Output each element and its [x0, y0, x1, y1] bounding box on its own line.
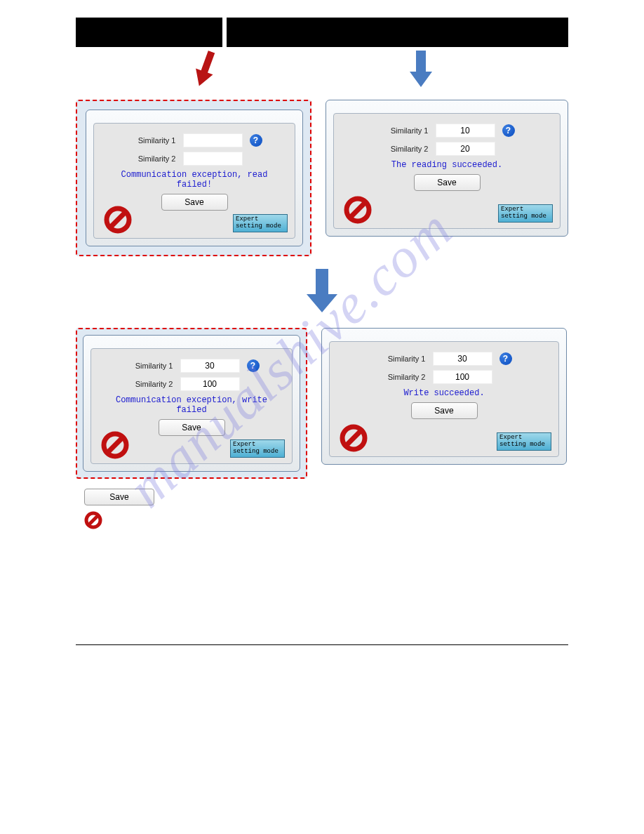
footer-divider	[76, 644, 568, 645]
similarity1-input[interactable]: 10	[436, 124, 495, 138]
arrow-blue-center-icon	[304, 269, 340, 315]
legend-prohibit-icon	[84, 511, 560, 532]
header-black-bar	[76, 18, 568, 47]
panel-b: Similarity 1 10 ? Similarity 2 20 The re…	[326, 100, 568, 237]
save-button[interactable]: Save	[411, 402, 478, 419]
similarity2-input[interactable]	[183, 152, 243, 166]
svg-line-5	[351, 203, 365, 217]
similarity1-input[interactable]: 30	[433, 352, 492, 366]
help-icon[interactable]: ?	[247, 359, 260, 372]
prohibit-icon	[101, 431, 129, 459]
similarity1-label: Similarity 1	[127, 136, 176, 145]
expert-setting-button[interactable]: Expert setting mode	[497, 432, 551, 451]
similarity1-label: Similarity 1	[380, 126, 429, 135]
panel-c-container: Similarity 1 30 ? Similarity 2 100 Commu…	[76, 328, 307, 479]
similarity2-input[interactable]: 20	[436, 142, 495, 156]
svg-marker-6	[307, 269, 337, 312]
save-button[interactable]: Save	[161, 194, 228, 211]
similarity2-label: Similarity 2	[377, 373, 426, 381]
similarity1-input[interactable]: 30	[180, 359, 240, 373]
arrow-red-down-icon	[187, 48, 222, 93]
expert-setting-button[interactable]: Expert setting mode	[233, 214, 288, 232]
header-black-right	[227, 18, 568, 47]
help-icon[interactable]: ?	[502, 124, 515, 137]
similarity2-input[interactable]: 100	[433, 370, 492, 384]
prohibit-icon	[104, 206, 132, 234]
svg-marker-0	[191, 48, 220, 89]
panel-a: Similarity 1 ? Similarity 2 Communicatio…	[86, 110, 303, 246]
expert-setting-button[interactable]: Expert setting mode	[230, 439, 285, 458]
status-message: Communication exception, read failed!	[102, 170, 286, 190]
svg-line-12	[88, 515, 98, 525]
svg-line-8	[108, 438, 122, 452]
expert-setting-button[interactable]: Expert setting mode	[498, 204, 553, 223]
svg-line-10	[347, 431, 361, 445]
similarity2-input[interactable]: 100	[180, 377, 240, 391]
save-button[interactable]: Save	[414, 174, 481, 191]
save-button[interactable]: Save	[159, 419, 225, 436]
prohibit-icon	[344, 196, 372, 224]
header-black-left	[76, 18, 222, 47]
legend-save-button[interactable]: Save	[84, 489, 154, 505]
similarity2-label: Similarity 2	[380, 145, 429, 153]
help-icon[interactable]: ?	[250, 134, 262, 147]
svg-line-3	[111, 213, 125, 227]
status-message: Write succeeded.	[338, 388, 550, 398]
similarity2-label: Similarity 2	[124, 380, 173, 388]
similarity1-input[interactable]	[183, 133, 243, 147]
help-icon[interactable]: ?	[499, 352, 512, 365]
status-message: The reading succeeded.	[342, 160, 551, 170]
status-message: Communication exception, write failed	[100, 395, 283, 415]
arrow-blue-down-icon	[407, 51, 435, 90]
panel-a-container: Similarity 1 ? Similarity 2 Communicatio…	[76, 100, 311, 256]
similarity1-label: Similarity 1	[124, 362, 173, 370]
svg-marker-1	[410, 51, 432, 87]
panel-c: Similarity 1 30 ? Similarity 2 100 Commu…	[83, 335, 300, 472]
prohibit-icon	[340, 424, 368, 452]
panel-d: Similarity 1 30 ? Similarity 2 100 Write…	[321, 328, 567, 465]
similarity1-label: Similarity 1	[377, 355, 426, 363]
similarity2-label: Similarity 2	[127, 154, 176, 163]
